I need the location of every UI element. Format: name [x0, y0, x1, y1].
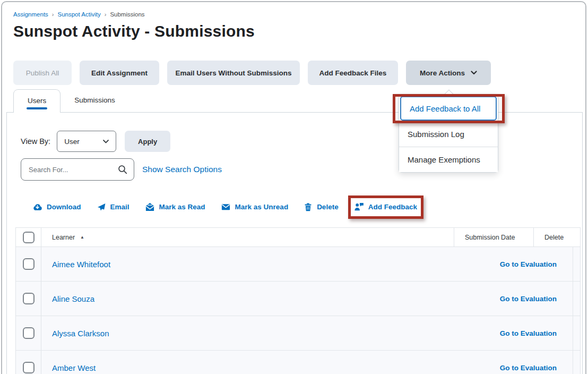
menu-item-manage-exemptions[interactable]: Manage Exemptions [399, 147, 498, 172]
tool-label: Email [110, 203, 129, 211]
download-cloud-icon [32, 202, 42, 212]
more-actions-menu: Add Feedback to All Submission Log Manag… [399, 94, 498, 173]
learner-column-header[interactable]: Learner ▲ [41, 228, 454, 246]
tool-label: Add Feedback [368, 203, 417, 211]
menu-item-submission-log[interactable]: Submission Log [399, 121, 498, 147]
search-box [21, 158, 134, 181]
add-feedback-files-button[interactable]: Add Feedback Files [308, 61, 398, 85]
edit-assignment-button[interactable]: Edit Assignment [80, 61, 159, 85]
row-checkbox[interactable] [23, 258, 34, 270]
more-actions-button[interactable]: More Actions [406, 61, 491, 85]
submission-date-column-header: Submission Date [454, 228, 533, 246]
table-row: Amber West Go to Evaluation [16, 351, 580, 374]
row-checkbox[interactable] [23, 327, 34, 339]
row-checkbox[interactable] [23, 362, 34, 373]
view-by-select[interactable]: User [57, 131, 116, 152]
envelope-open-icon [145, 202, 155, 212]
tool-label: Download [47, 203, 81, 211]
learner-link[interactable]: Aimee Whitefoot [52, 260, 110, 269]
go-to-evaluation-link[interactable]: Go to Evaluation [500, 260, 557, 268]
table-row: Aimee Whitefoot Go to Evaluation [16, 247, 580, 282]
tab-submissions[interactable]: Submissions [60, 89, 129, 112]
mark-as-unread-button[interactable]: Mark as Unread [221, 202, 289, 212]
go-to-evaluation-link[interactable]: Go to Evaluation [500, 329, 557, 337]
send-icon [97, 202, 106, 212]
breadcrumb-separator-icon: › [105, 11, 107, 18]
search-icon[interactable] [118, 165, 127, 174]
breadcrumb-assignments[interactable]: Assignments [13, 11, 48, 18]
download-button[interactable]: Download [32, 202, 81, 212]
action-button-row: Publish All Edit Assignment Email Users … [13, 61, 588, 85]
tab-users[interactable]: Users [13, 89, 60, 113]
sort-ascending-icon: ▲ [80, 235, 84, 240]
breadcrumb-current: Submissions [110, 11, 144, 18]
view-by-selected-value: User [64, 138, 80, 146]
tool-label: Mark as Unread [235, 203, 289, 211]
chevron-down-icon [471, 71, 477, 75]
tool-label: Mark as Read [159, 203, 205, 211]
breadcrumb-sunspot-activity[interactable]: Sunspot Activity [58, 11, 101, 18]
publish-all-button[interactable]: Publish All [13, 61, 72, 85]
select-all-checkbox[interactable] [23, 232, 34, 243]
submissions-table: Learner ▲ Submission Date Delete Aimee W… [15, 227, 581, 374]
selection-toolbar: Download Email Mark as Read Mark as Unre… [32, 202, 582, 212]
delete-cell [573, 282, 580, 316]
search-input[interactable] [29, 166, 118, 174]
learner-link[interactable]: Amber West [52, 363, 96, 372]
view-by-label: View By: [21, 137, 50, 146]
envelope-closed-icon [221, 202, 231, 212]
tab-bar: Users Submissions [13, 89, 588, 112]
tool-label: Delete [317, 203, 339, 211]
learner-header-label: Learner [52, 234, 75, 241]
page-title: Sunspot Activity - Submissions [13, 22, 588, 40]
table-row: Aline Souza Go to Evaluation [16, 282, 580, 316]
go-to-evaluation-link[interactable]: Go to Evaluation [500, 295, 557, 303]
delete-column-header: Delete [533, 228, 580, 246]
trash-icon [304, 202, 313, 212]
learner-link[interactable]: Aline Souza [52, 294, 94, 303]
more-actions-container: More Actions Add Feedback to All Submiss… [406, 61, 491, 85]
email-users-without-submissions-button[interactable]: Email Users Without Submissions [167, 61, 300, 85]
chevron-down-icon [103, 140, 109, 143]
learner-link[interactable]: Alyssa Clarkson [52, 329, 109, 338]
go-to-evaluation-link[interactable]: Go to Evaluation [500, 364, 557, 372]
add-feedback-highlight: Add Feedback [354, 202, 417, 212]
show-search-options-link[interactable]: Show Search Options [142, 165, 222, 174]
row-checkbox[interactable] [23, 293, 34, 304]
delete-cell [573, 351, 580, 374]
table-header-row: Learner ▲ Submission Date Delete [16, 228, 580, 247]
table-row: Alyssa Clarkson Go to Evaluation [16, 316, 580, 351]
delete-cell [573, 247, 580, 281]
menu-item-label: Add Feedback to All [410, 104, 480, 113]
breadcrumb-separator-icon: › [52, 11, 54, 18]
menu-item-add-feedback-to-all[interactable]: Add Feedback to All [400, 96, 497, 121]
add-feedback-button[interactable]: Add Feedback [354, 202, 417, 212]
breadcrumb: Assignments›Sunspot Activity›Submissions [0, 0, 588, 18]
email-button[interactable]: Email [97, 202, 129, 212]
delete-cell [573, 316, 580, 350]
person-speech-bubble-icon [354, 202, 364, 212]
apply-button[interactable]: Apply [125, 131, 170, 152]
delete-button[interactable]: Delete [304, 202, 339, 212]
more-actions-label: More Actions [420, 69, 465, 77]
mark-as-read-button[interactable]: Mark as Read [145, 202, 205, 212]
